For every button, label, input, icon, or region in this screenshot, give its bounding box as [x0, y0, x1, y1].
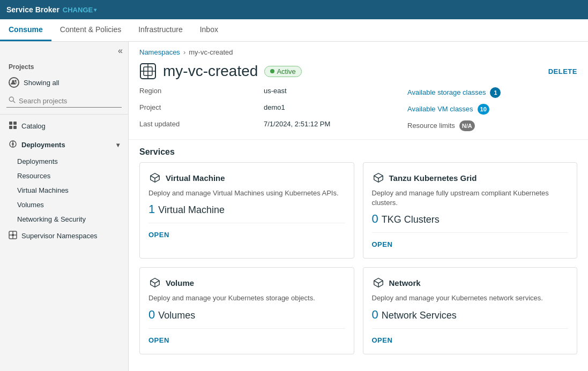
- sidebar-subitem-virtual-machines[interactable]: Virtual Machines: [0, 183, 128, 198]
- namespace-icon: [139, 63, 157, 80]
- breadcrumb-current: my-vc-created: [189, 48, 233, 56]
- volume-count-label: Volumes: [158, 310, 195, 321]
- tab-content-policies[interactable]: Content & Policies: [51, 19, 130, 41]
- tkg-icon: [372, 171, 385, 184]
- volume-count-num: 0: [148, 308, 155, 322]
- sidebar-collapse[interactable]: «: [0, 42, 128, 60]
- change-label: CHANGE: [63, 6, 93, 14]
- tkg-card-header: Tanzu Kubernetes Grid: [372, 171, 569, 184]
- page-header: my-vc-created Active DELETE: [129, 60, 588, 85]
- vm-card-divider: [148, 223, 345, 223]
- svg-rect-6: [9, 126, 12, 129]
- svg-rect-7: [13, 126, 17, 129]
- tkg-count-label: TKG Clusters: [382, 214, 440, 225]
- tkg-count-num: 0: [372, 212, 378, 226]
- services-title: Services: [129, 140, 588, 162]
- sidebar-subitem-networking-security[interactable]: Networking & Security: [0, 212, 128, 226]
- last-updated-value: 7/1/2024, 2:51:12 PM: [257, 118, 397, 133]
- volume-title: Volume: [166, 278, 194, 287]
- vm-classes-link[interactable]: Available VM classes: [407, 103, 473, 115]
- collapse-button[interactable]: «: [118, 46, 123, 56]
- page-title: my-vc-created: [163, 63, 258, 80]
- region-value: us-east: [257, 85, 397, 100]
- svg-rect-5: [13, 122, 17, 125]
- sidebar-subitem-resources[interactable]: Resources: [0, 169, 128, 183]
- sidebar: « Projects Showing all: [0, 42, 129, 371]
- chevron-down-icon: ▾: [94, 7, 96, 13]
- sidebar-item-supervisor-namespaces[interactable]: Supervisor Namespaces: [0, 226, 128, 245]
- delete-button[interactable]: DELETE: [548, 67, 577, 75]
- svg-point-9: [12, 143, 14, 145]
- main-content: Namespaces › my-vc-created my-vc-created…: [129, 42, 588, 371]
- service-card-network: Network Deploy and manage your Kubernete…: [363, 267, 578, 354]
- sidebar-item-deployments[interactable]: Deployments ▾: [0, 135, 128, 154]
- last-updated-label: Last updated: [139, 118, 257, 133]
- main-layout: « Projects Showing all: [0, 42, 588, 371]
- showing-all-label: Showing all: [24, 79, 59, 87]
- sidebar-item-catalog[interactable]: Catalog: [0, 117, 128, 135]
- sidebar-subitem-volumes[interactable]: Volumes: [0, 198, 128, 212]
- network-count-label: Network Services: [382, 310, 457, 321]
- network-open-button[interactable]: OPEN: [372, 335, 569, 345]
- brand-name: Service Broker: [6, 5, 59, 14]
- supervisor-namespaces-icon: [9, 231, 17, 241]
- vm-card-header: Virtual Machine: [148, 171, 345, 184]
- volume-card-header: Volume: [148, 276, 345, 289]
- storage-classes-row: Available storage classes 1: [397, 85, 577, 100]
- change-button[interactable]: CHANGE ▾: [63, 6, 96, 14]
- tab-inbox[interactable]: Inbox: [191, 19, 227, 41]
- deployments-expand-icon: ▾: [116, 141, 120, 149]
- vm-count: 1 Virtual Machine: [148, 202, 345, 216]
- network-icon: [372, 276, 385, 289]
- sidebar-showing-all: Showing all: [0, 73, 128, 92]
- svg-line-3: [13, 101, 16, 103]
- volume-desc: Deploy and manage your Kubernetes storag…: [148, 293, 345, 303]
- vm-open-button[interactable]: OPEN: [148, 230, 345, 240]
- search-icon: [9, 96, 16, 105]
- breadcrumb-parent[interactable]: Namespaces: [139, 48, 180, 56]
- svg-point-13: [12, 234, 14, 237]
- tkg-open-button[interactable]: OPEN: [372, 239, 569, 249]
- vm-icon: [148, 171, 161, 184]
- vm-classes-row: Available VM classes 10: [397, 102, 577, 116]
- volume-card-divider: [148, 328, 345, 329]
- info-grid: Region us-east Available storage classes…: [129, 85, 588, 140]
- network-count: 0 Network Services: [372, 308, 569, 322]
- sidebar-divider-1: [0, 114, 128, 115]
- resource-limits-row: Resource limits N/A: [397, 118, 577, 133]
- vm-count-num: 1: [148, 202, 155, 216]
- search-projects-input[interactable]: [19, 97, 120, 105]
- tkg-count: 0 TKG Clusters: [372, 212, 569, 226]
- storage-classes-link[interactable]: Available storage classes: [407, 87, 486, 98]
- tab-consume[interactable]: Consume: [0, 19, 51, 41]
- services-grid: Virtual Machine Deploy and manage Virtua…: [129, 162, 588, 363]
- vm-count-label: Virtual Machine: [158, 205, 225, 216]
- service-card-tkg: Tanzu Kubernetes Grid Deploy and manage …: [363, 162, 578, 259]
- region-label: Region: [139, 85, 257, 100]
- service-card-volume: Volume Deploy and manage your Kubernetes…: [139, 267, 354, 354]
- sidebar-subitem-deployments[interactable]: Deployments: [0, 154, 128, 169]
- resource-limits-label: Resource limits: [407, 120, 455, 131]
- storage-classes-badge: 1: [490, 87, 501, 98]
- status-label: Active: [277, 67, 295, 75]
- volume-open-button[interactable]: OPEN: [148, 335, 345, 345]
- svg-point-2: [9, 97, 13, 101]
- user-group-icon: [9, 77, 19, 88]
- status-badge: Active: [264, 66, 301, 77]
- breadcrumb-separator: ›: [183, 48, 185, 56]
- tab-infrastructure[interactable]: Infrastructure: [130, 19, 191, 41]
- catalog-label: Catalog: [21, 122, 46, 130]
- search-projects-container: [6, 94, 122, 108]
- deployments-label: Deployments: [21, 141, 65, 149]
- vm-title: Virtual Machine: [166, 173, 225, 183]
- svg-rect-4: [9, 122, 12, 125]
- project-label: Project: [139, 102, 257, 116]
- catalog-icon: [9, 121, 17, 131]
- network-card-header: Network: [372, 276, 569, 289]
- deployments-icon: [9, 140, 17, 150]
- volume-count: 0 Volumes: [148, 308, 345, 322]
- network-title: Network: [389, 278, 421, 287]
- vm-classes-badge: 10: [478, 104, 489, 115]
- vm-desc: Deploy and manage Virtual Machines using…: [148, 188, 345, 198]
- service-card-vm: Virtual Machine Deploy and manage Virtua…: [139, 162, 354, 259]
